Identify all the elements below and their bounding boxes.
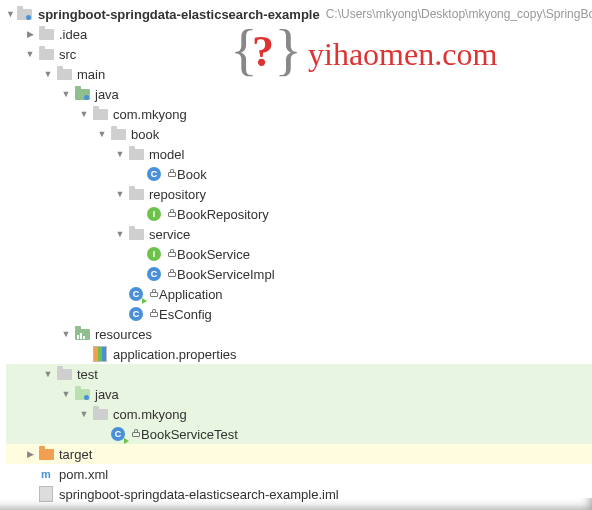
chevron-down-icon[interactable]: ▼ (114, 189, 126, 199)
package-icon (92, 406, 108, 422)
chevron-down-icon[interactable]: ▼ (78, 109, 90, 119)
runnable-class-icon: C (128, 286, 144, 302)
tree-row-book-service-impl[interactable]: ▼ C BookServiceImpl (6, 264, 592, 284)
tree-row-src[interactable]: ▼ src (6, 44, 592, 64)
source-folder-icon (74, 86, 90, 102)
chevron-down-icon[interactable]: ▼ (78, 409, 90, 419)
chevron-down-icon[interactable]: ▼ (24, 49, 36, 59)
tree-row-esconfig[interactable]: ▼ C EsConfig (6, 304, 592, 324)
project-tree: ▼ springboot-springdata-elasticsearch-ex… (0, 0, 592, 504)
lock-icon (168, 172, 176, 177)
chevron-right-icon[interactable]: ▶ (24, 449, 36, 459)
tree-row-book-service-test[interactable]: ▼ C BookServiceTest (6, 424, 592, 444)
chevron-down-icon[interactable]: ▼ (96, 129, 108, 139)
tree-row-application[interactable]: ▼ C Application (6, 284, 592, 304)
lock-icon (150, 312, 158, 317)
tree-row-java[interactable]: ▼ java (6, 84, 592, 104)
package-icon (128, 186, 144, 202)
tree-row-package[interactable]: ▼ com.mkyong (6, 104, 592, 124)
tree-row-book-repository[interactable]: ▼ I BookRepository (6, 204, 592, 224)
maven-file-icon: m (38, 466, 54, 482)
chevron-down-icon[interactable]: ▼ (60, 389, 72, 399)
tree-row-model[interactable]: ▼ model (6, 144, 592, 164)
test-source-folder-icon (74, 386, 90, 402)
lock-icon (132, 432, 140, 437)
lock-icon (150, 292, 158, 297)
package-icon (128, 226, 144, 242)
folder-icon (38, 46, 54, 62)
root-path: C:\Users\mkyong\Desktop\mkyong_copy\Spri… (326, 7, 592, 21)
root-name: springboot-springdata-elasticsearch-exam… (37, 7, 320, 22)
tree-row-test-java[interactable]: ▼ java (6, 384, 592, 404)
tree-row-main[interactable]: ▼ main (6, 64, 592, 84)
runnable-class-icon: C (110, 426, 126, 442)
tree-row-resources[interactable]: ▼ resources (6, 324, 592, 344)
tree-row-book-class[interactable]: ▼ C Book (6, 164, 592, 184)
class-icon: C (146, 266, 162, 282)
module-folder-icon (17, 6, 33, 22)
chevron-down-icon[interactable]: ▼ (42, 369, 54, 379)
chevron-down-icon[interactable]: ▼ (60, 329, 72, 339)
iml-file-icon (38, 486, 54, 502)
package-icon (128, 146, 144, 162)
excluded-folder-icon (38, 446, 54, 462)
tree-row-repository[interactable]: ▼ repository (6, 184, 592, 204)
chevron-down-icon[interactable]: ▼ (42, 69, 54, 79)
package-icon (92, 106, 108, 122)
tree-row-root[interactable]: ▼ springboot-springdata-elasticsearch-ex… (6, 4, 592, 24)
tree-row-target[interactable]: ▶ target (6, 444, 592, 464)
tree-row-app-properties[interactable]: ▼ application.properties (6, 344, 592, 364)
chevron-down-icon[interactable]: ▼ (114, 229, 126, 239)
properties-file-icon (92, 346, 108, 362)
chevron-down-icon[interactable]: ▼ (60, 89, 72, 99)
tree-row-idea[interactable]: ▶ .idea (6, 24, 592, 44)
interface-icon: I (146, 246, 162, 262)
tree-row-test[interactable]: ▼ test (6, 364, 592, 384)
tree-row-iml[interactable]: ▼ springboot-springdata-elasticsearch-ex… (6, 484, 592, 504)
tree-row-service[interactable]: ▼ service (6, 224, 592, 244)
folder-icon (56, 66, 72, 82)
lock-icon (168, 212, 176, 217)
folder-icon (38, 26, 54, 42)
tree-row-book-service[interactable]: ▼ I BookService (6, 244, 592, 264)
lock-icon (168, 252, 176, 257)
chevron-right-icon[interactable]: ▶ (24, 29, 36, 39)
interface-icon: I (146, 206, 162, 222)
chevron-down-icon[interactable]: ▼ (6, 9, 15, 19)
package-icon (110, 126, 126, 142)
resources-folder-icon (74, 326, 90, 342)
class-icon: C (128, 306, 144, 322)
lock-icon (168, 272, 176, 277)
folder-icon (56, 366, 72, 382)
chevron-down-icon[interactable]: ▼ (114, 149, 126, 159)
class-icon: C (146, 166, 162, 182)
tree-row-test-package[interactable]: ▼ com.mkyong (6, 404, 592, 424)
tree-row-pom[interactable]: ▼ m pom.xml (6, 464, 592, 484)
tree-row-book[interactable]: ▼ book (6, 124, 592, 144)
